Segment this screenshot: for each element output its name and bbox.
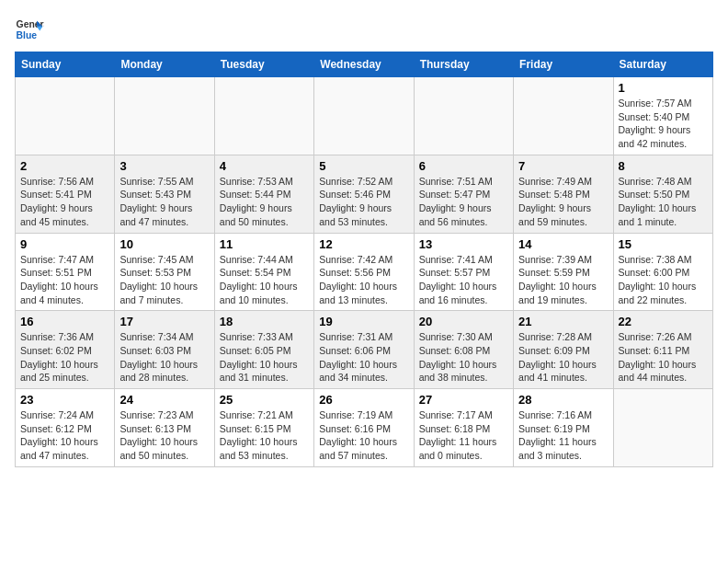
- calendar-day-cell: 16Sunrise: 7:36 AM Sunset: 6:02 PM Dayli…: [16, 311, 115, 389]
- day-number: 15: [619, 237, 708, 251]
- calendar-day-cell: 2Sunrise: 7:56 AM Sunset: 5:41 PM Daylig…: [16, 155, 115, 233]
- calendar-day-cell: 4Sunrise: 7:53 AM Sunset: 5:44 PM Daylig…: [214, 155, 313, 233]
- day-info: Sunrise: 7:34 AM Sunset: 6:03 PM Dayligh…: [119, 330, 209, 385]
- day-number: 1: [619, 81, 708, 95]
- calendar-day-cell: 15Sunrise: 7:38 AM Sunset: 6:00 PM Dayli…: [613, 233, 712, 311]
- day-number: 12: [319, 237, 408, 251]
- day-number: 13: [419, 237, 508, 251]
- calendar-day-cell: [414, 77, 513, 155]
- calendar-day-cell: 25Sunrise: 7:21 AM Sunset: 6:15 PM Dayli…: [214, 389, 313, 467]
- day-info: Sunrise: 7:51 AM Sunset: 5:47 PM Dayligh…: [419, 175, 508, 229]
- calendar-day-cell: 5Sunrise: 7:52 AM Sunset: 5:46 PM Daylig…: [314, 155, 414, 233]
- calendar-week-row: 16Sunrise: 7:36 AM Sunset: 6:02 PM Dayli…: [16, 311, 713, 389]
- day-info: Sunrise: 7:57 AM Sunset: 5:40 PM Dayligh…: [619, 97, 708, 151]
- day-number: 19: [319, 315, 408, 328]
- day-info: Sunrise: 7:47 AM Sunset: 5:51 PM Dayligh…: [20, 253, 109, 307]
- calendar-day-cell: 3Sunrise: 7:55 AM Sunset: 5:43 PM Daylig…: [115, 155, 214, 233]
- day-info: Sunrise: 7:24 AM Sunset: 6:12 PM Dayligh…: [20, 408, 109, 463]
- day-info: Sunrise: 7:49 AM Sunset: 5:48 PM Dayligh…: [518, 175, 608, 229]
- day-info: Sunrise: 7:42 AM Sunset: 5:56 PM Dayligh…: [319, 253, 408, 307]
- calendar-day-cell: 9Sunrise: 7:47 AM Sunset: 5:51 PM Daylig…: [16, 233, 115, 311]
- day-info: Sunrise: 7:36 AM Sunset: 6:02 PM Dayligh…: [20, 330, 109, 385]
- logo-icon: General Blue: [15, 15, 44, 44]
- day-number: 9: [20, 237, 109, 251]
- weekday-header-thursday: Thursday: [414, 52, 513, 77]
- day-number: 26: [319, 393, 408, 407]
- calendar-day-cell: [613, 389, 712, 467]
- day-info: Sunrise: 7:45 AM Sunset: 5:53 PM Dayligh…: [119, 253, 209, 307]
- day-info: Sunrise: 7:55 AM Sunset: 5:43 PM Dayligh…: [119, 175, 209, 229]
- page-header: General Blue: [15, 15, 713, 44]
- calendar-day-cell: 11Sunrise: 7:44 AM Sunset: 5:54 PM Dayli…: [214, 233, 313, 311]
- weekday-header-monday: Monday: [115, 52, 214, 77]
- day-info: Sunrise: 7:21 AM Sunset: 6:15 PM Dayligh…: [220, 408, 309, 463]
- calendar-day-cell: 27Sunrise: 7:17 AM Sunset: 6:18 PM Dayli…: [414, 389, 513, 467]
- day-number: 20: [419, 315, 508, 328]
- calendar-day-cell: [16, 77, 115, 155]
- calendar-day-cell: 1Sunrise: 7:57 AM Sunset: 5:40 PM Daylig…: [613, 77, 712, 155]
- calendar-header-row: SundayMondayTuesdayWednesdayThursdayFrid…: [16, 52, 713, 77]
- weekday-header-friday: Friday: [514, 52, 613, 77]
- day-number: 10: [119, 237, 209, 251]
- calendar-day-cell: 8Sunrise: 7:48 AM Sunset: 5:50 PM Daylig…: [613, 155, 712, 233]
- day-info: Sunrise: 7:31 AM Sunset: 6:06 PM Dayligh…: [319, 330, 408, 385]
- calendar-day-cell: 6Sunrise: 7:51 AM Sunset: 5:47 PM Daylig…: [414, 155, 513, 233]
- calendar-day-cell: 7Sunrise: 7:49 AM Sunset: 5:48 PM Daylig…: [514, 155, 613, 233]
- day-number: 28: [518, 393, 608, 407]
- day-info: Sunrise: 7:17 AM Sunset: 6:18 PM Dayligh…: [419, 408, 508, 463]
- calendar-week-row: 9Sunrise: 7:47 AM Sunset: 5:51 PM Daylig…: [16, 233, 713, 311]
- day-info: Sunrise: 7:33 AM Sunset: 6:05 PM Dayligh…: [220, 330, 309, 385]
- calendar-day-cell: [314, 77, 414, 155]
- calendar-week-row: 2Sunrise: 7:56 AM Sunset: 5:41 PM Daylig…: [16, 155, 713, 233]
- day-info: Sunrise: 7:30 AM Sunset: 6:08 PM Dayligh…: [419, 330, 508, 385]
- weekday-header-saturday: Saturday: [613, 52, 712, 77]
- day-number: 4: [220, 159, 309, 173]
- day-number: 11: [220, 237, 309, 251]
- day-number: 18: [220, 315, 309, 328]
- day-number: 2: [20, 159, 109, 173]
- day-info: Sunrise: 7:56 AM Sunset: 5:41 PM Dayligh…: [20, 175, 109, 229]
- day-number: 14: [518, 237, 608, 251]
- day-info: Sunrise: 7:19 AM Sunset: 6:16 PM Dayligh…: [319, 408, 408, 463]
- day-number: 21: [518, 315, 608, 328]
- day-number: 6: [419, 159, 508, 173]
- day-info: Sunrise: 7:28 AM Sunset: 6:09 PM Dayligh…: [518, 330, 608, 385]
- calendar-day-cell: [214, 77, 313, 155]
- day-number: 27: [419, 393, 508, 407]
- logo: General Blue: [15, 15, 44, 44]
- day-info: Sunrise: 7:44 AM Sunset: 5:54 PM Dayligh…: [220, 253, 309, 307]
- day-number: 3: [119, 159, 209, 173]
- calendar-day-cell: [514, 77, 613, 155]
- calendar-day-cell: 13Sunrise: 7:41 AM Sunset: 5:57 PM Dayli…: [414, 233, 513, 311]
- calendar-day-cell: 23Sunrise: 7:24 AM Sunset: 6:12 PM Dayli…: [16, 389, 115, 467]
- svg-text:Blue: Blue: [17, 30, 38, 40]
- day-number: 22: [619, 315, 708, 328]
- calendar-day-cell: 10Sunrise: 7:45 AM Sunset: 5:53 PM Dayli…: [115, 233, 214, 311]
- calendar-table: SundayMondayTuesdayWednesdayThursdayFrid…: [15, 52, 713, 467]
- day-number: 25: [220, 393, 309, 407]
- day-info: Sunrise: 7:16 AM Sunset: 6:19 PM Dayligh…: [518, 408, 608, 463]
- calendar-day-cell: 20Sunrise: 7:30 AM Sunset: 6:08 PM Dayli…: [414, 311, 513, 389]
- calendar-day-cell: 19Sunrise: 7:31 AM Sunset: 6:06 PM Dayli…: [314, 311, 414, 389]
- day-info: Sunrise: 7:41 AM Sunset: 5:57 PM Dayligh…: [419, 253, 508, 307]
- day-number: 5: [319, 159, 408, 173]
- day-info: Sunrise: 7:38 AM Sunset: 6:00 PM Dayligh…: [619, 253, 708, 307]
- day-info: Sunrise: 7:53 AM Sunset: 5:44 PM Dayligh…: [220, 175, 309, 229]
- calendar-day-cell: 28Sunrise: 7:16 AM Sunset: 6:19 PM Dayli…: [514, 389, 613, 467]
- day-number: 8: [619, 159, 708, 173]
- day-info: Sunrise: 7:39 AM Sunset: 5:59 PM Dayligh…: [518, 253, 608, 307]
- day-info: Sunrise: 7:26 AM Sunset: 6:11 PM Dayligh…: [619, 330, 708, 385]
- calendar-day-cell: 24Sunrise: 7:23 AM Sunset: 6:13 PM Dayli…: [115, 389, 214, 467]
- day-number: 23: [20, 393, 109, 407]
- day-number: 24: [119, 393, 209, 407]
- calendar-day-cell: [115, 77, 214, 155]
- calendar-day-cell: 18Sunrise: 7:33 AM Sunset: 6:05 PM Dayli…: [214, 311, 313, 389]
- day-number: 16: [20, 315, 109, 328]
- day-info: Sunrise: 7:23 AM Sunset: 6:13 PM Dayligh…: [119, 408, 209, 463]
- calendar-day-cell: 22Sunrise: 7:26 AM Sunset: 6:11 PM Dayli…: [613, 311, 712, 389]
- weekday-header-wednesday: Wednesday: [314, 52, 414, 77]
- weekday-header-sunday: Sunday: [16, 52, 115, 77]
- calendar-day-cell: 17Sunrise: 7:34 AM Sunset: 6:03 PM Dayli…: [115, 311, 214, 389]
- weekday-header-tuesday: Tuesday: [214, 52, 313, 77]
- calendar-day-cell: 14Sunrise: 7:39 AM Sunset: 5:59 PM Dayli…: [514, 233, 613, 311]
